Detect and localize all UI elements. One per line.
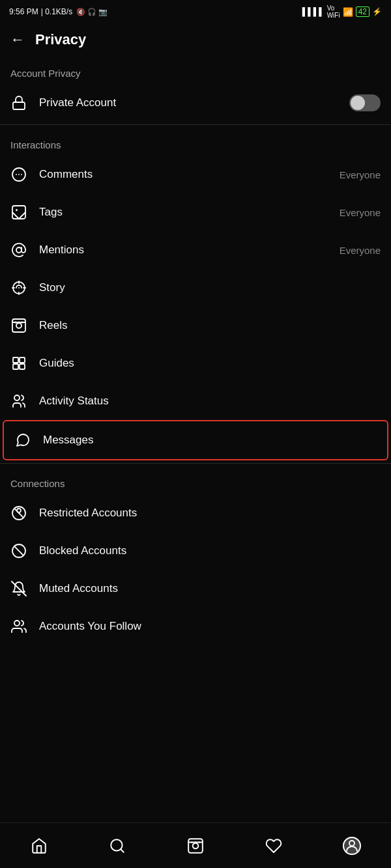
menu-item-story[interactable]: Story <box>0 269 391 307</box>
accounts-you-follow-label: Accounts You Follow <box>39 620 141 633</box>
comments-label: Comments <box>39 168 93 181</box>
nav-home[interactable] <box>20 830 59 862</box>
toggle-knob <box>351 96 365 110</box>
nav-heart[interactable] <box>254 830 293 862</box>
status-bar: 9:56 PM | 0.1KB/s 🔇 🎧 📷 ▌▌▌▌ VoWiFi 📶 42… <box>0 0 391 23</box>
menu-item-mentions-left: Mentions <box>10 242 84 259</box>
activity-status-label: Activity Status <box>39 395 109 408</box>
private-account-label: Private Account <box>39 96 116 109</box>
bottom-nav <box>0 822 391 868</box>
svg-point-6 <box>18 287 20 288</box>
svg-point-4 <box>16 247 22 253</box>
section-account-privacy-label: Account Privacy <box>0 56 391 84</box>
muted-accounts-label: Muted Accounts <box>39 582 118 595</box>
menu-item-private-account[interactable]: Private Account <box>0 84 391 122</box>
svg-line-23 <box>14 509 23 518</box>
status-right: ▌▌▌▌ VoWiFi 📶 42 ⚡ <box>302 5 382 19</box>
menu-item-messages-left: Messages <box>14 432 93 449</box>
status-info: | 0.1KB/s <box>41 7 72 16</box>
svg-point-14 <box>15 322 17 324</box>
menu-item-mentions[interactable]: Mentions Everyone <box>0 231 391 269</box>
charging-icon: ⚡ <box>372 7 382 16</box>
svg-rect-17 <box>13 357 18 363</box>
menu-item-muted-accounts[interactable]: Muted Accounts <box>0 570 391 608</box>
svg-rect-18 <box>20 357 25 363</box>
menu-item-comments-left: Comments <box>10 166 93 183</box>
svg-rect-19 <box>13 364 18 369</box>
signal-icon: ▌▌▌▌ <box>302 7 325 16</box>
status-time: 9:56 PM <box>9 7 38 16</box>
reels-label: Reels <box>39 319 67 332</box>
avatar-icon <box>344 837 360 854</box>
lock-icon <box>10 94 27 111</box>
profile-avatar <box>343 837 361 855</box>
menu-item-restricted-accounts[interactable]: Restricted Accounts <box>0 494 391 532</box>
menu-item-reels[interactable]: Reels <box>0 307 391 344</box>
svg-rect-31 <box>188 839 203 853</box>
guides-icon <box>10 355 27 372</box>
nav-reels[interactable] <box>176 830 215 862</box>
private-account-toggle[interactable] <box>349 94 381 111</box>
svg-point-36 <box>198 841 200 843</box>
svg-point-15 <box>18 322 20 324</box>
page-title: Privacy <box>35 31 86 48</box>
page-header: ← Privacy <box>0 23 391 56</box>
restricted-icon <box>10 505 27 522</box>
menu-item-blocked-accounts[interactable]: Blocked Accounts <box>0 532 391 570</box>
tag-icon <box>10 204 27 221</box>
comment-icon <box>10 166 27 183</box>
nav-profile[interactable] <box>332 830 371 862</box>
story-icon <box>10 279 27 296</box>
svg-point-16 <box>22 322 23 324</box>
reels-icon <box>10 317 27 334</box>
svg-line-30 <box>121 849 124 852</box>
home-icon <box>31 837 48 854</box>
wifi-icon: 📶 <box>343 7 353 17</box>
main-content: Account Privacy Private Account Interact… <box>0 56 391 697</box>
svg-line-26 <box>14 546 23 555</box>
activity-icon <box>10 393 27 410</box>
svg-point-34 <box>191 841 193 843</box>
section-connections-label: Connections <box>0 466 391 494</box>
menu-item-guides[interactable]: Guides <box>0 344 391 382</box>
svg-point-32 <box>193 843 199 848</box>
tags-value: Everyone <box>340 207 381 218</box>
menu-item-restricted-left: Restricted Accounts <box>10 505 137 522</box>
heart-icon <box>265 837 282 854</box>
menu-item-story-left: Story <box>10 279 65 296</box>
menu-item-accounts-you-follow[interactable]: Accounts You Follow <box>0 608 391 645</box>
svg-point-12 <box>16 323 22 328</box>
menu-item-comments[interactable]: Comments Everyone <box>0 156 391 193</box>
back-button[interactable]: ← <box>10 31 25 48</box>
follow-icon <box>10 618 27 635</box>
menu-item-activity-left: Activity Status <box>10 393 109 410</box>
menu-item-tags[interactable]: Tags Everyone <box>0 193 391 231</box>
menu-item-tags-left: Tags <box>10 204 63 221</box>
battery-icon: 42 <box>356 7 369 17</box>
svg-point-24 <box>17 509 21 512</box>
menu-item-activity-status[interactable]: Activity Status <box>0 382 391 420</box>
comments-value: Everyone <box>340 169 381 180</box>
messages-icon <box>14 432 31 449</box>
menu-item-muted-left: Muted Accounts <box>10 580 118 597</box>
menu-item-guides-left: Guides <box>10 355 74 372</box>
menu-item-follow-left: Accounts You Follow <box>10 618 141 635</box>
blocked-icon <box>10 542 27 559</box>
menu-item-reels-left: Reels <box>10 317 67 334</box>
svg-point-21 <box>14 395 20 400</box>
svg-rect-11 <box>12 319 25 332</box>
mentions-label: Mentions <box>39 244 84 257</box>
menu-item-blocked-left: Blocked Accounts <box>10 542 126 559</box>
story-label: Story <box>39 281 65 294</box>
svg-rect-2 <box>12 206 25 219</box>
svg-rect-20 <box>20 364 25 369</box>
section-interactions-label: Interactions <box>0 128 391 156</box>
menu-item-private-account-left: Private Account <box>10 94 116 111</box>
search-icon <box>109 837 126 854</box>
svg-point-37 <box>349 841 355 846</box>
menu-item-messages[interactable]: Messages <box>3 420 388 460</box>
restricted-accounts-label: Restricted Accounts <box>39 507 137 520</box>
mentions-value: Everyone <box>340 245 381 256</box>
nav-search[interactable] <box>98 830 137 862</box>
muted-icon <box>10 580 27 597</box>
